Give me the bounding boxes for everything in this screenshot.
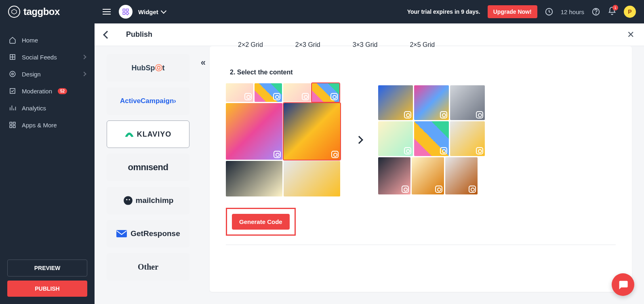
svg-rect-10 [10,89,15,93]
sidebar-item-design[interactable]: Design [0,65,95,82]
mailchimp-icon [123,195,133,206]
svg-rect-13 [10,126,12,128]
content-tile[interactable] [284,161,340,196]
instagram-icon [244,93,252,100]
platform-activecampaign[interactable]: ActiveCampaign › [107,87,189,115]
analytics-icon [9,104,16,112]
content-tile[interactable] [378,157,410,194]
next-arrow-icon[interactable] [355,136,363,144]
content-tile[interactable] [414,121,449,156]
sidebar-item-label: Home [22,37,38,44]
content-tile[interactable] [412,157,444,194]
content-tile[interactable] [226,103,282,160]
hours-text: 12 hours [561,8,584,15]
avatar[interactable]: P [624,6,636,18]
platform-other[interactable]: Other [107,253,189,281]
content-tile[interactable] [226,161,282,196]
content-grid-left[interactable] [226,83,340,196]
svg-point-8 [10,71,15,77]
back-arrow-icon[interactable] [103,31,111,39]
instagram-icon [476,111,483,118]
collapse-panel-icon[interactable]: « [201,57,206,68]
svg-point-15 [124,196,133,205]
widget-icon[interactable] [119,5,133,19]
content-grid-right[interactable] [378,85,485,194]
notifications-button[interactable]: 1 [608,6,617,17]
grid-tab-2x3[interactable]: 2×3 Grid [295,41,320,49]
instagram-icon [476,147,483,154]
sidebar-item-label: Analytics [22,105,46,112]
sidebar: Home Social Feeds Design Moderation 52 A… [0,23,95,304]
sidebar-item-home[interactable]: Home [0,32,95,49]
close-icon[interactable]: ✕ [627,30,634,40]
moderation-badge: 52 [58,88,67,94]
instagram-icon [440,111,447,118]
instagram-icon [330,93,338,100]
sidebar-item-social-feeds[interactable]: Social Feeds [0,49,95,65]
content-tile[interactable] [378,85,413,120]
svg-rect-14 [13,126,15,128]
svg-rect-1 [126,9,128,11]
generate-code-highlight: Generate Code [226,208,296,236]
platforms-panel: « HubSpⓞt ActiveCampaign › KLAVIYO omnıs… [95,46,202,304]
sidebar-item-label: Apps & More [22,122,57,129]
platform-klaviyo[interactable]: KLAVIYO [107,120,189,148]
main-content: « HubSpⓞt ActiveCampaign › KLAVIYO omnıs… [95,46,644,304]
content-tile[interactable] [378,121,413,156]
chevron-right-icon [82,55,86,59]
instagram-icon [435,186,442,193]
sidebar-item-label: Moderation [22,88,52,95]
sidebar-item-label: Design [22,71,41,78]
content-panel: 2×2 Grid 2×3 Grid 3×3 Grid 2×5 Grid 2. S… [210,46,632,292]
menu-toggle-icon[interactable] [103,9,111,15]
instagram-icon [404,147,411,154]
content-tile[interactable] [284,103,340,160]
moderation-icon [9,87,16,95]
svg-rect-3 [126,12,128,15]
widget-dropdown[interactable]: Widget [138,8,166,15]
instagram-icon [331,151,339,158]
instagram-icon [273,93,280,100]
top-right-controls: Your trial expires in 9 days. Upgrade No… [407,5,636,18]
sidebar-item-apps[interactable]: Apps & More [0,116,95,133]
content-tile[interactable] [414,85,449,120]
envelope-icon [116,230,127,238]
preview-button[interactable]: PREVIEW [7,260,87,277]
grid-tab-3x3[interactable]: 3×3 Grid [353,41,378,49]
platform-hubspot[interactable]: HubSpⓞt [107,54,189,82]
content-tile[interactable] [450,85,485,120]
brand-logo[interactable]: taggbox [8,6,95,18]
notification-badge: 1 [612,5,618,11]
publish-button[interactable]: PUBLISH [7,281,87,297]
content-tile[interactable] [255,83,282,102]
design-icon [9,70,16,78]
step-2-label: 2. Select the content [230,69,616,76]
generate-code-button[interactable]: Generate Code [232,214,290,230]
clock-icon[interactable] [545,7,554,16]
logo-icon [8,6,20,18]
help-icon[interactable] [591,7,600,16]
content-tile[interactable] [445,157,478,194]
content-tile[interactable] [450,121,485,156]
content-tile[interactable] [226,83,253,102]
upgrade-button[interactable]: Upgrade Now! [488,5,537,18]
sidebar-item-analytics[interactable]: Analytics [0,99,95,116]
chevron-down-icon [161,8,166,14]
content-tile[interactable] [283,83,311,102]
grid-tab-2x2[interactable]: 2×2 Grid [238,41,263,49]
svg-rect-12 [13,122,15,124]
sidebar-item-label: Social Feeds [22,54,57,61]
platform-omnisend[interactable]: omnısend [107,154,189,181]
page-title: Publish [126,30,152,39]
grid-tab-2x5[interactable]: 2×5 Grid [410,41,435,49]
svg-rect-0 [123,9,125,11]
brand-name: taggbox [23,6,60,17]
platform-mailchimp[interactable]: mailchimp [107,187,189,214]
content-tile[interactable] [312,83,339,102]
platform-getresponse[interactable]: GetResponse [107,220,189,247]
sidebar-item-moderation[interactable]: Moderation 52 [0,82,95,99]
instagram-icon [402,186,409,193]
svg-rect-11 [10,122,12,124]
chat-fab[interactable] [612,273,634,296]
trial-text: Your trial expires in 9 days. [407,8,480,15]
